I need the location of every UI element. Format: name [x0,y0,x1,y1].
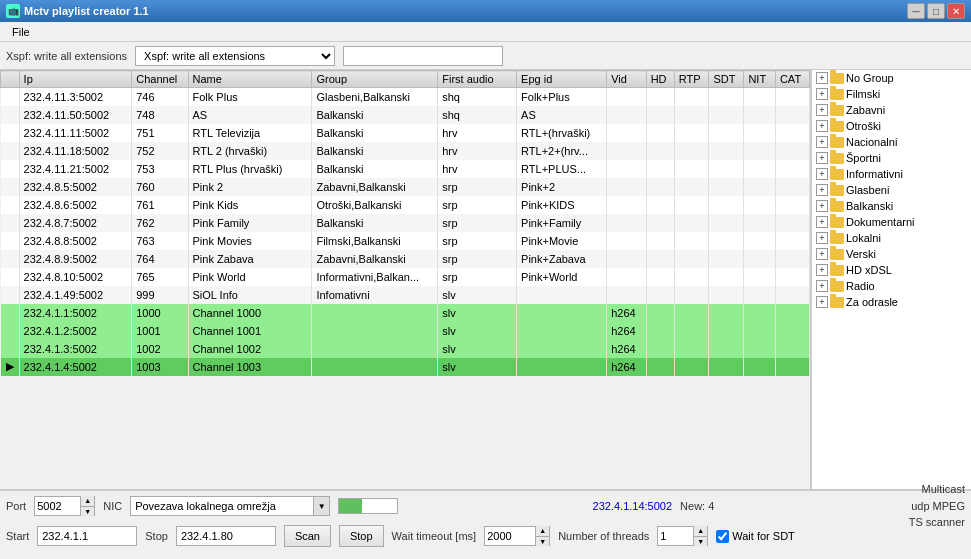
stop-ip-input[interactable] [176,526,276,546]
tree-expand-icon[interactable]: + [816,120,828,132]
wait-sdt-label[interactable]: Wait for SDT [716,530,795,543]
sidebar-item-label: Za odrasle [846,296,898,308]
table-row[interactable]: 232.4.11.21:5002753RTL Plus (hrvaški)Bal… [1,160,810,178]
table-row[interactable]: 232.4.8.7:5002762Pink FamilyBalkanskisrp… [1,214,810,232]
close-button[interactable]: ✕ [947,3,965,19]
col-header-epg[interactable]: Epg id [517,71,607,88]
tree-expand-icon[interactable]: + [816,232,828,244]
sidebar-item[interactable]: + No Group [812,70,971,86]
bottom-row1: Port ▲ ▼ NIC ▼ 232.4.1.14:5002 New: 4 Mu… [0,491,971,521]
threads-down[interactable]: ▼ [694,537,707,547]
sidebar-item[interactable]: + HD xDSL [812,262,971,278]
table-row[interactable]: 232.4.8.8:5002763Pink MoviesFilmski,Balk… [1,232,810,250]
sidebar-item[interactable]: + Otroški [812,118,971,134]
nic-dropdown-arrow[interactable]: ▼ [313,497,329,515]
wait-timeout-up[interactable]: ▲ [536,526,549,537]
sidebar-item[interactable]: + Lokalni [812,230,971,246]
col-header-nit[interactable]: NIT [744,71,776,88]
sidebar-item[interactable]: + Informativni [812,166,971,182]
sidebar-item[interactable]: + Nacionalni [812,134,971,150]
folder-icon [830,281,844,292]
col-header-group[interactable]: Group [312,71,438,88]
wait-timeout-spinner[interactable]: ▲ ▼ [484,526,550,546]
sidebar-item[interactable]: + Zabavni [812,102,971,118]
tree-expand-icon[interactable]: + [816,296,828,308]
minimize-button[interactable]: ─ [907,3,925,19]
table-scroll[interactable]: Ip Channel Name Group First audio Epg id… [0,70,810,489]
table-row[interactable]: 232.4.8.5:5002760Pink 2Zabavni,Balkanski… [1,178,810,196]
col-header-cat[interactable]: CAT [775,71,809,88]
tree-expand-icon[interactable]: + [816,104,828,116]
folder-icon [830,105,844,116]
nic-label: NIC [103,500,122,512]
multicast-line2: udp MPEG [909,498,965,515]
tree-expand-icon[interactable]: + [816,168,828,180]
sidebar-item-label: Športni [846,152,881,164]
table-row[interactable]: 232.4.1.2:50021001Channel 1001slvh264 [1,322,810,340]
xspf-select[interactable]: Xspf: write all extensions Xspf: minimal… [135,46,335,66]
threads-up[interactable]: ▲ [694,526,707,537]
stop-button[interactable]: Stop [339,525,384,547]
tree-expand-icon[interactable]: + [816,280,828,292]
table-row[interactable]: 232.4.8.10:5002765Pink WorldInformativni… [1,268,810,286]
sidebar-item-label: Radio [846,280,875,292]
table-row[interactable]: 232.4.8.6:5002761Pink KidsOtroški,Balkan… [1,196,810,214]
col-header-vid[interactable]: Vid [607,71,646,88]
col-header-ip[interactable]: Ip [19,71,132,88]
sidebar-item[interactable]: + Glasbeni [812,182,971,198]
col-header-hd[interactable]: HD [646,71,674,88]
maximize-button[interactable]: □ [927,3,945,19]
search-input[interactable] [343,46,503,66]
port-spinner[interactable]: ▲ ▼ [34,496,95,516]
table-row[interactable]: 232.4.11.3:5002746Folk PlusGlasbeni,Balk… [1,88,810,106]
table-row[interactable]: 232.4.1.1:50021000Channel 1000slvh264 [1,304,810,322]
sidebar-item[interactable]: + Za odrasle [812,294,971,310]
start-label: Start [6,530,29,542]
col-header-audio[interactable]: First audio [438,71,517,88]
table-row[interactable]: 232.4.11.18:5002752RTL 2 (hrvaški)Balkan… [1,142,810,160]
folder-icon [830,297,844,308]
scan-button[interactable]: Scan [284,525,331,547]
tree-expand-icon[interactable]: + [816,264,828,276]
sidebar-item[interactable]: + Športni [812,150,971,166]
tree-expand-icon[interactable]: + [816,88,828,100]
tree-expand-icon[interactable]: + [816,152,828,164]
table-row[interactable]: 232.4.11.11:5002751RTL TelevizijaBalkans… [1,124,810,142]
table-row[interactable]: 232.4.11.50:5002748ASBalkanskishqAS [1,106,810,124]
port-up[interactable]: ▲ [81,496,94,507]
col-header-rtp[interactable]: RTP [674,71,709,88]
wait-sdt-checkbox[interactable] [716,530,729,543]
col-header-channel[interactable]: Channel [132,71,188,88]
tree-expand-icon[interactable]: + [816,248,828,260]
table-row[interactable]: 232.4.8.9:5002764Pink ZabavaZabavni,Balk… [1,250,810,268]
threads-spinner[interactable]: ▲ ▼ [657,526,708,546]
app-icon: 📺 [6,4,20,18]
wait-timeout-down[interactable]: ▼ [536,537,549,547]
tree-expand-icon[interactable]: + [816,136,828,148]
sidebar-item[interactable]: + Dokumentarni [812,214,971,230]
sidebar-item[interactable]: + Verski [812,246,971,262]
sidebar-item-label: Filmski [846,88,880,100]
sidebar-item[interactable]: + Balkanski [812,198,971,214]
port-down[interactable]: ▼ [81,507,94,517]
table-row[interactable]: ▶232.4.1.4:50021003Channel 1003slvh264 [1,358,810,376]
table-row[interactable]: 232.4.1.49:5002999SiOL InfoInfomativnisl… [1,286,810,304]
table-row[interactable]: 232.4.1.3:50021002Channel 1002slvh264 [1,340,810,358]
ip-display: 232.4.1.14:5002 [593,500,673,512]
port-input[interactable] [35,497,80,515]
start-ip-input[interactable] [37,526,137,546]
col-header-name[interactable]: Name [188,71,312,88]
tree-expand-icon[interactable]: + [816,216,828,228]
nic-input[interactable] [131,497,313,515]
menu-file[interactable]: File [4,24,38,40]
nic-combo[interactable]: ▼ [130,496,330,516]
tree-expand-icon[interactable]: + [816,200,828,212]
sidebar-item[interactable]: + Filmski [812,86,971,102]
col-header-sdt[interactable]: SDT [709,71,744,88]
threads-input[interactable] [658,527,693,545]
wait-timeout-input[interactable] [485,527,535,545]
xspf-label: Xspf: write all extensions [6,50,127,62]
sidebar-item[interactable]: + Radio [812,278,971,294]
tree-expand-icon[interactable]: + [816,72,828,84]
tree-expand-icon[interactable]: + [816,184,828,196]
